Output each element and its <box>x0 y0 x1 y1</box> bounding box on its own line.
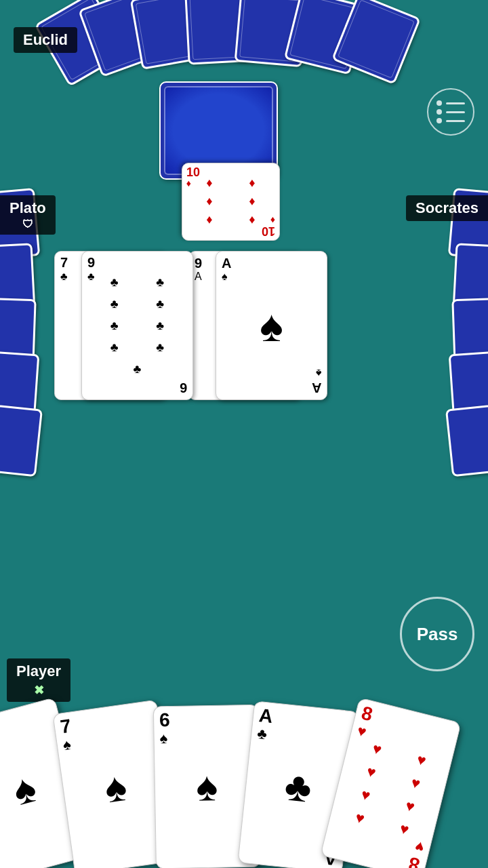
h7s-center: ♠ <box>102 763 129 812</box>
h8h-pip6: ♥ <box>404 797 417 816</box>
euclid-name: Euclid <box>23 31 68 48</box>
menu-line-3 <box>446 120 465 122</box>
menu-row-2 <box>436 109 465 115</box>
plato-label: Plato 🛡 <box>0 195 56 235</box>
7c-rank-top: 7 <box>60 256 68 269</box>
h8h-pip4: ♥ <box>409 774 422 793</box>
pip4: ♦ <box>206 195 212 209</box>
menu-dot-3 <box>436 118 442 123</box>
top-cards-area <box>34 0 454 75</box>
9c-pip9: ♣ <box>134 362 142 376</box>
pip6: ♦ <box>206 176 212 191</box>
9c-rank-bottom: 6 <box>180 380 187 395</box>
h8s-center: ♠ <box>8 764 41 815</box>
plato-name: Plato <box>9 199 46 216</box>
pip5: ♦ <box>249 176 255 191</box>
menu-dot-2 <box>436 109 442 115</box>
h7s-suit-top: ♠ <box>62 737 72 753</box>
as-suit-bottom: ♠ <box>316 367 322 379</box>
hac-suit-top: ♣ <box>256 726 268 742</box>
menu-line-2 <box>446 111 465 113</box>
as-center: ♠ <box>260 300 283 351</box>
menu-dot-1 <box>436 100 442 106</box>
played-10-diamonds[interactable]: 10 ♦ ♦ ♦ ♦ ♦ ♦ ♦ 10 ♦ <box>182 163 280 241</box>
as-suit-top: ♠ <box>222 271 228 283</box>
h8h-pip7: ♥ <box>354 808 367 827</box>
game-table: Euclid Plato 🛡 <box>0 0 488 868</box>
as-rank-top: A <box>222 256 231 271</box>
h6s-suit-top: ♠ <box>159 731 167 746</box>
h6s-center: ♠ <box>196 763 218 810</box>
9c-pip3: ♣ <box>110 297 119 311</box>
played-9-clubs[interactable]: 9 ♣ ♣ ♣ ♣ ♣ ♣ ♣ ♣ ♣ ♣ 6 <box>81 251 193 400</box>
menu-button[interactable] <box>427 88 474 136</box>
plato-shield-icon: 🛡 <box>9 218 46 231</box>
h7s-rank-top: 7 <box>59 717 72 737</box>
h8h-pip3: ♥ <box>365 762 378 781</box>
9c-pip8: ♣ <box>156 340 164 355</box>
bid-number: 10 <box>245 88 271 110</box>
as-rank-bottom: A <box>312 380 321 395</box>
right-card-5[interactable] <box>445 405 488 477</box>
left-card-5[interactable] <box>0 405 43 477</box>
h8h-pip2: ♥ <box>415 751 428 770</box>
h8h-pip1: ♥ <box>371 739 384 758</box>
pass-label: Pass <box>417 624 458 645</box>
9c-pip6: ♣ <box>156 319 164 333</box>
h8h-rank-top: 8 <box>360 703 375 724</box>
9c-pip5: ♣ <box>110 319 119 333</box>
hac-rank-top: A <box>258 706 274 726</box>
pip3: ♦ <box>249 195 255 209</box>
hac-center: ♣ <box>283 762 314 812</box>
player-hand: 8 ♠ ♠ 8 ♠ 7 ♠ ♠ 7 ♠ 6 ♠ ♠ 6 ♠ A ♣ ♣ A <box>0 658 488 868</box>
menu-line-1 <box>446 102 465 104</box>
right-cards-area <box>441 190 488 515</box>
h8h-pip8: ♥ <box>398 819 411 838</box>
center-play-area: 10 10 ♦ ♦ ♦ ♦ ♦ ♦ ♦ 10 ♦ <box>54 81 434 258</box>
pip2: ♦ <box>206 213 212 227</box>
9c-pip4: ♣ <box>156 297 164 311</box>
10d-rank-bottom: 10 <box>186 166 200 178</box>
9c-pip1: ♣ <box>110 275 119 290</box>
played-ace-spades[interactable]: A ♠ ♠ ♠ A <box>216 251 327 400</box>
left-cards-area <box>0 190 47 515</box>
h6s-rank-top: 6 <box>159 711 170 730</box>
menu-row-3 <box>436 118 465 123</box>
9s-rank-top: 9 <box>195 256 202 271</box>
9c-pip7: ♣ <box>110 340 119 355</box>
pip1: ♦ <box>249 213 255 227</box>
menu-row-1 <box>436 100 465 106</box>
9c-rank-top: 9 <box>87 256 95 269</box>
euclid-label: Euclid <box>14 27 77 53</box>
10d-suit-bottom: ♦ <box>186 178 191 188</box>
9c-pip2: ♣ <box>156 275 164 290</box>
9s-suit-top: A <box>195 271 202 283</box>
h8h-pip5: ♥ <box>359 785 372 804</box>
